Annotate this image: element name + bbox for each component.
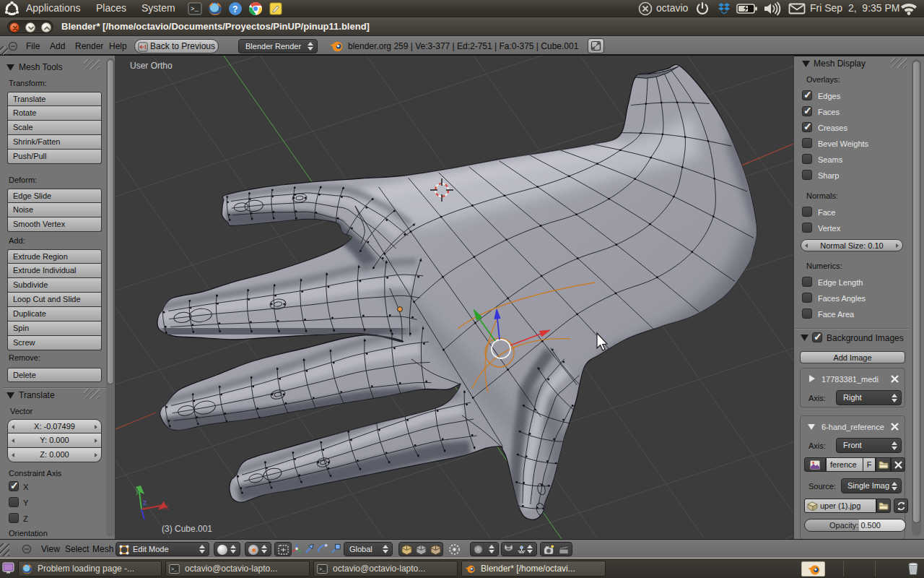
svg-text:y: y [136,487,139,495]
svg-text:>_: >_ [319,566,326,572]
svg-text:?: ? [232,4,237,14]
svg-text:>_: >_ [191,6,199,13]
svg-text:x: x [165,503,168,511]
svg-text:z: z [143,499,147,506]
svg-text:>_: >_ [171,566,178,572]
